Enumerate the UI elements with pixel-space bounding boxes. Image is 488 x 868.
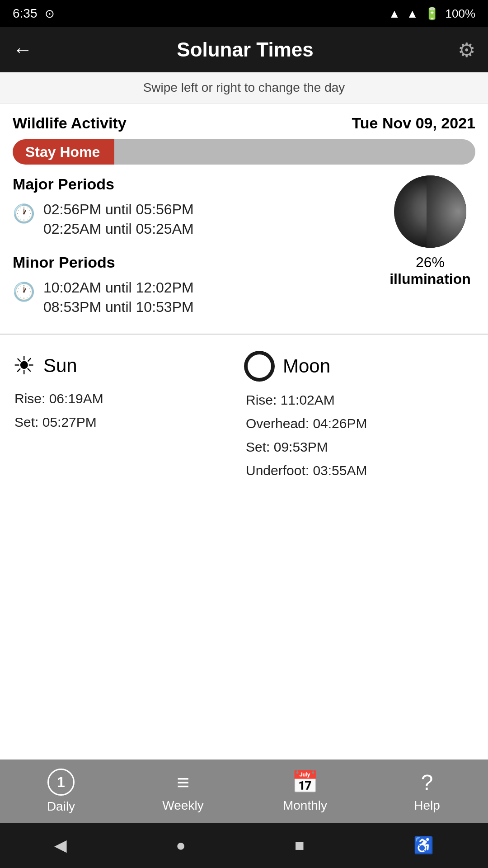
daily-icon: 1	[47, 769, 75, 796]
swipe-hint: Swipe left or right to change the day	[0, 72, 488, 104]
android-home-button[interactable]: ●	[176, 836, 186, 855]
help-icon: ?	[421, 770, 433, 795]
major-periods-title: Major Periods	[13, 175, 385, 193]
page-title: Solunar Times	[177, 38, 313, 61]
minor-periods-title: Minor Periods	[13, 254, 385, 271]
nav-monthly-label: Monthly	[283, 798, 327, 813]
android-nav-bar: ◀ ● ■ ♿	[0, 823, 488, 868]
major-period-row: 🕐 02:56PM until 05:56PM 02:25AM until 05…	[13, 201, 385, 237]
moon-set: Set: 09:53PM	[244, 439, 475, 455]
moon-header: Moon	[244, 351, 475, 382]
notification-icon: ⊙	[45, 7, 55, 21]
status-right: ▲ ▲ 🔋 100%	[389, 7, 475, 21]
status-bar: 6:35 ⊙ ▲ ▲ 🔋 100%	[0, 0, 488, 27]
minor-period-time2: 08:53PM until 10:53PM	[43, 299, 194, 316]
battery-icon: 🔋	[425, 7, 439, 21]
sun-header: ☀ Sun	[13, 351, 244, 380]
sun-rise: Rise: 06:19AM	[13, 391, 244, 406]
top-bar: ← Solunar Times ⚙	[0, 27, 488, 72]
clock-icon-major: 🕐	[13, 203, 35, 224]
moon-overhead: Overhead: 04:26PM	[244, 416, 475, 431]
nav-weekly-label: Weekly	[162, 798, 203, 813]
main-content: Wildlife Activity Tue Nov 09, 2021 Stay …	[0, 104, 488, 760]
sun-label: Sun	[43, 355, 77, 377]
android-recent-button[interactable]: ■	[295, 836, 305, 855]
signal-icon: ▲	[407, 7, 418, 21]
sun-set: Set: 05:27PM	[13, 415, 244, 430]
nav-daily-label: Daily	[47, 799, 75, 814]
sun-icon: ☀	[13, 351, 35, 380]
activity-bar: Stay Home	[13, 139, 475, 165]
settings-button[interactable]: ⚙	[458, 38, 475, 61]
periods-left: Major Periods 🕐 02:56PM until 05:56PM 02…	[13, 175, 385, 321]
activity-bar-container: Stay Home	[0, 139, 488, 175]
minor-period-row: 🕐 10:02AM until 12:02PM 08:53PM until 10…	[13, 279, 385, 316]
nav-help[interactable]: ? Help	[366, 770, 488, 813]
minor-periods: Minor Periods 🕐 10:02AM until 12:02PM 08…	[13, 243, 385, 316]
back-button[interactable]: ←	[13, 38, 33, 61]
bottom-nav: 1 Daily ≡ Weekly 📅 Monthly ? Help	[0, 760, 488, 823]
moon-image	[394, 175, 466, 248]
major-periods: Major Periods 🕐 02:56PM until 05:56PM 02…	[13, 175, 385, 237]
monthly-icon: 📅	[291, 769, 319, 795]
activity-bar-label: Stay Home	[25, 144, 100, 160]
android-back-button[interactable]: ◀	[54, 836, 67, 855]
moon-rise: Rise: 11:02AM	[244, 392, 475, 408]
wildlife-date: Tue Nov 09, 2021	[352, 114, 475, 132]
status-left: 6:35 ⊙	[13, 6, 55, 21]
weekly-icon: ≡	[177, 770, 189, 795]
status-time: 6:35	[13, 6, 38, 21]
moon-column: Moon Rise: 11:02AM Overhead: 04:26PM Set…	[244, 351, 475, 486]
nav-weekly[interactable]: ≡ Weekly	[122, 770, 244, 813]
nav-monthly[interactable]: 📅 Monthly	[244, 769, 366, 813]
moon-icon	[244, 351, 275, 382]
sun-moon-section: ☀ Sun Rise: 06:19AM Set: 05:27PM Moon Ri…	[0, 335, 488, 497]
clock-icon-minor: 🕐	[13, 281, 35, 302]
battery-percent: 100%	[446, 7, 476, 21]
moon-underfoot: Underfoot: 03:55AM	[244, 463, 475, 478]
moon-illumination-label: illumination	[389, 271, 471, 288]
moon-illumination-percent: 26%	[416, 254, 445, 271]
wildlife-label: Wildlife Activity	[13, 114, 127, 132]
wifi-icon: ▲	[389, 7, 400, 21]
nav-daily[interactable]: 1 Daily	[0, 769, 122, 814]
major-period-time1: 02:56PM until 05:56PM	[43, 201, 194, 218]
moon-label: Moon	[283, 355, 330, 377]
major-period-time2: 02:25AM until 05:25AM	[43, 221, 194, 237]
minor-period-time1: 10:02AM until 12:02PM	[43, 279, 194, 296]
moon-phase-section: 26% illumination	[385, 175, 475, 321]
sun-column: ☀ Sun Rise: 06:19AM Set: 05:27PM	[13, 351, 244, 486]
major-period-times: 02:56PM until 05:56PM 02:25AM until 05:2…	[43, 201, 194, 237]
nav-help-label: Help	[414, 798, 440, 813]
periods-section: Major Periods 🕐 02:56PM until 05:56PM 02…	[0, 175, 488, 321]
android-accessibility-button[interactable]: ♿	[413, 836, 434, 855]
minor-period-times: 10:02AM until 12:02PM 08:53PM until 10:5…	[43, 279, 194, 316]
wildlife-activity-row: Wildlife Activity Tue Nov 09, 2021	[0, 104, 488, 139]
